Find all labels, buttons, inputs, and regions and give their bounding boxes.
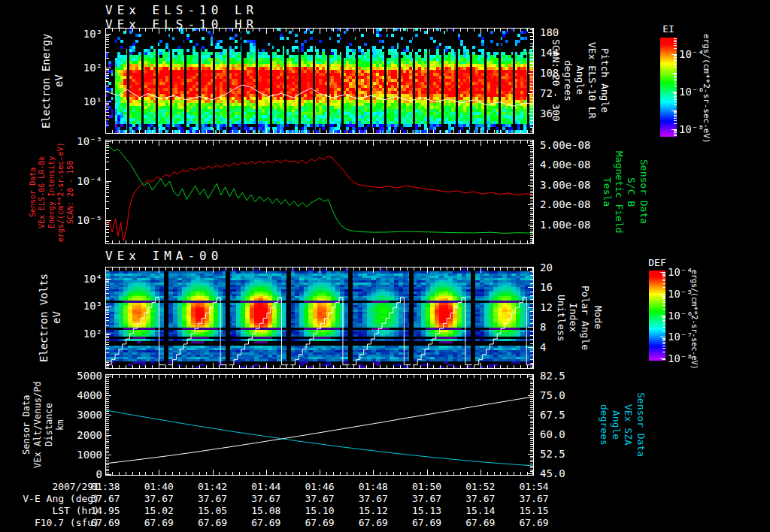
tick-label: 144 <box>540 47 608 59</box>
tick-label: 10³ <box>54 28 102 40</box>
tick-label: 4.00e-08 <box>540 159 608 171</box>
tick-label: 12 <box>540 301 608 313</box>
tick-label: 10⁻³ <box>54 135 102 147</box>
tick-label: 10⁻⁵ <box>54 214 102 226</box>
table-cell: 67.69 <box>507 517 561 528</box>
table-cell: 67.69 <box>293 517 347 528</box>
time-tick-label: 01:40 <box>132 481 186 492</box>
colorbar-tick-label: 10⁻⁷ <box>668 331 693 343</box>
table-cell: 37.67 <box>400 493 454 504</box>
tick-label: 4000 <box>54 389 102 401</box>
table-cell: 37.67 <box>507 493 561 504</box>
table-cell: 67.69 <box>400 517 454 528</box>
time-tick-label: 01:54 <box>507 481 561 492</box>
colorbar-tick-label: 10⁻⁶ <box>668 310 693 322</box>
tick-label: 75.0 <box>540 389 608 401</box>
panel2-yaxis-label: Sensor Data VEx ELS-06 LR-Bk Energy Inte… <box>21 140 83 244</box>
table-cell: 67.69 <box>78 517 132 528</box>
table-cell: 37.67 <box>239 493 293 504</box>
table-cell: 15.05 <box>186 505 240 516</box>
table-cell: 37.67 <box>346 493 400 504</box>
tick-label: 20 <box>540 261 608 274</box>
time-tick-label: 01:42 <box>186 481 240 492</box>
tick-label: 10⁴ <box>54 273 102 285</box>
tick-label: 45.0 <box>540 467 608 479</box>
time-tick-label: 01:52 <box>453 481 508 492</box>
tick-label: 2000 <box>54 429 102 441</box>
tick-label: 0 <box>54 468 102 480</box>
tick-label: 16 <box>540 281 608 293</box>
table-cell: 15.14 <box>453 505 508 516</box>
tick-label: 2.00e-08 <box>540 198 608 210</box>
tick-label: 5000 <box>54 370 102 382</box>
tick-label: 60.0 <box>540 428 608 440</box>
table-cell: 67.69 <box>186 517 240 528</box>
table-cell: 15.02 <box>132 505 186 516</box>
tick-label: 72 <box>540 87 608 99</box>
colorbar-tick-label: 10⁻⁵ <box>668 288 693 300</box>
table-cell: 15.08 <box>239 505 293 516</box>
table-cell: 15.13 <box>400 505 454 516</box>
colorbar-tick-label: 10⁻⁸ <box>668 352 693 364</box>
table-cell: 15.10 <box>293 505 347 516</box>
table-cell: 14.95 <box>78 505 132 516</box>
time-tick-label: 01:50 <box>400 481 454 492</box>
tick-label: 10² <box>54 62 102 74</box>
tick-label: 3000 <box>54 409 102 421</box>
tick-label: 67.5 <box>540 409 608 421</box>
panel1-yaxis-label: Electron Energy eV <box>38 28 68 134</box>
colorbar-tick-label: 10⁻⁴ <box>668 266 693 278</box>
ima-spectrogram-canvas <box>105 267 534 369</box>
table-cell: 37.67 <box>78 493 132 504</box>
panel3-title: VEx IMA-00 <box>105 249 223 263</box>
vex-orbit-summary-plot: VEx ELS-10 LR VEx ELS-10 HR VEx IMA-00 E… <box>0 0 770 532</box>
panel1-right-axis-label: Pitch Angle VEx ELS-10 LR Angle degrees … <box>551 21 608 140</box>
tick-label: 4 <box>540 341 608 353</box>
tick-label: 1000 <box>54 449 102 461</box>
tick-label: 82.5 <box>540 370 608 382</box>
table-cell: 37.67 <box>293 493 347 504</box>
panel1-title-lr: VEx ELS-10 LR <box>105 3 258 17</box>
colorbar-tick-label: 10⁻⁶ <box>679 86 705 98</box>
table-cell: 67.69 <box>346 517 400 528</box>
tick-label: 10³ <box>54 300 102 312</box>
time-tick-label: 01:38 <box>78 481 132 492</box>
tick-label: 8 <box>540 321 608 333</box>
tick-label: 52.5 <box>540 448 608 460</box>
table-cell: 37.67 <box>186 493 240 504</box>
ei-colorbar-title: EI <box>656 23 681 35</box>
table-cell: 67.69 <box>239 517 293 528</box>
colorbar-tick-label: 10⁻⁴ <box>679 48 705 60</box>
intensity-bfield-canvas <box>105 140 534 244</box>
tick-label: 10² <box>54 328 102 340</box>
tick-label: 10⁻⁴ <box>54 175 102 187</box>
tick-label: 36 <box>540 107 608 119</box>
table-cell: 15.12 <box>346 505 400 516</box>
tick-label: 3.00e-08 <box>540 179 608 191</box>
colorbar-tick-label: 10⁻⁸ <box>679 123 705 135</box>
table-cell: 67.69 <box>453 517 508 528</box>
ei-colorbar-canvas <box>660 38 677 137</box>
els-spectrogram-canvas <box>105 28 534 134</box>
time-tick-label: 01:46 <box>293 481 347 492</box>
table-cell: 67.69 <box>132 517 186 528</box>
table-cell: 37.67 <box>132 493 186 504</box>
time-tick-label: 01:44 <box>239 481 293 492</box>
panel2-right-axis-label: Sensor Data S/C B Magnetic Field Tesla <box>602 140 648 244</box>
tick-label: 1.00e-08 <box>540 219 608 231</box>
time-tick-label: 01:48 <box>346 481 400 492</box>
tick-label: 5.00e-08 <box>540 139 608 151</box>
tick-label: 108 <box>540 67 608 79</box>
tick-label: 10¹ <box>54 95 102 107</box>
def-colorbar-canvas <box>649 271 665 361</box>
table-cell: 37.67 <box>453 493 508 504</box>
altitude-sza-canvas <box>105 374 534 476</box>
tick-label: 180 <box>540 26 608 38</box>
table-cell: 15.15 <box>507 505 561 516</box>
